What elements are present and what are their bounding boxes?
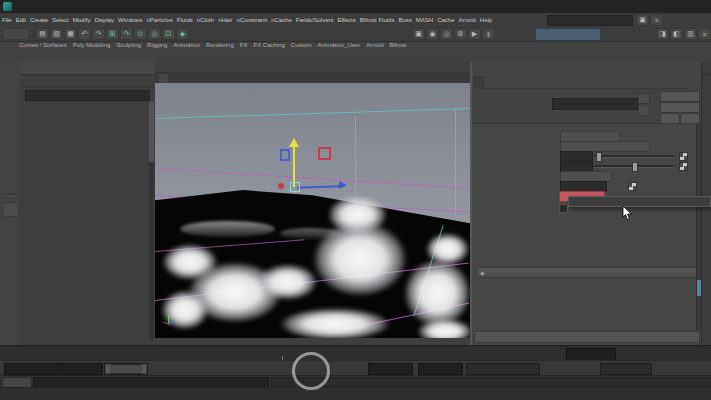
menu-item[interactable]: Display: [92, 17, 116, 23]
snap-icon[interactable]: ⊡: [162, 28, 175, 40]
fps-dropdown[interactable]: [600, 363, 652, 375]
snap-icon[interactable]: ◎: [148, 28, 161, 40]
menu-item[interactable]: nCache: [269, 17, 294, 23]
render-icon[interactable]: ◉: [426, 28, 439, 40]
manipulator-z-arrowhead[interactable]: [339, 181, 347, 189]
section-header[interactable]: ▶: [476, 267, 698, 278]
snap-icon[interactable]: ◈: [176, 28, 189, 40]
animation-end-field[interactable]: [418, 363, 463, 375]
render-icon[interactable]: ⚙: [454, 28, 467, 40]
outliner-search-input[interactable]: [25, 90, 150, 101]
manipulator-plane-handle-blue[interactable]: [280, 149, 290, 161]
snap-icon[interactable]: ⊞: [106, 28, 119, 40]
menu-item[interactable]: nCloth: [195, 17, 216, 23]
shelf-tab[interactable]: FX Caching: [250, 42, 287, 52]
selection-mask-dropdown[interactable]: [2, 28, 30, 40]
menu-item[interactable]: Edit: [14, 17, 28, 23]
file-icon[interactable]: ▦: [64, 28, 77, 40]
sign-in-button[interactable]: [535, 28, 601, 41]
range-slider[interactable]: [104, 363, 148, 375]
tool-button[interactable]: [3, 70, 18, 85]
history-icon[interactable]: ↷: [92, 28, 105, 40]
workspace-dropdown[interactable]: [547, 15, 633, 26]
menu-item[interactable]: Fluids: [175, 17, 195, 23]
snap-icon[interactable]: ⊙: [134, 28, 147, 40]
shelf-tab[interactable]: Bifrost: [387, 42, 410, 52]
manipulator-center-handle[interactable]: [290, 182, 300, 192]
shelf-tab[interactable]: Sculpting: [113, 42, 144, 52]
manipulator-y-arrowhead[interactable]: [289, 138, 299, 147]
right-panel-tab[interactable]: [702, 62, 711, 75]
shelf-tab[interactable]: Custom: [288, 42, 315, 52]
file-icon[interactable]: ▧: [50, 28, 63, 40]
pin-tab-icon[interactable]: [638, 105, 650, 116]
timeline-tick[interactable]: [2, 346, 562, 361]
solver-quality-slider[interactable]: [594, 165, 674, 168]
shelf-tab[interactable]: Rigging: [144, 42, 170, 52]
menubar-icon[interactable]: ▣: [636, 14, 649, 26]
menu-item[interactable]: Create: [28, 17, 50, 23]
substeps-slider[interactable]: [594, 155, 674, 158]
panel-toggle-icon[interactable]: ◧: [670, 28, 683, 40]
menu-item[interactable]: Help: [478, 17, 494, 23]
shelf-tab[interactable]: FX: [237, 42, 251, 52]
presets-button[interactable]: [660, 102, 700, 113]
outliner-item[interactable]: [20, 102, 148, 111]
panel-toggle-icon[interactable]: ▥: [684, 28, 697, 40]
menu-item[interactable]: Windows: [116, 17, 144, 23]
viewport-3d-scene[interactable]: [155, 83, 470, 338]
shelf-tab[interactable]: Arnold: [363, 42, 386, 52]
history-icon[interactable]: ↶: [78, 28, 91, 40]
character-set-dropdown[interactable]: [466, 363, 540, 375]
animation-start-field[interactable]: [4, 363, 59, 375]
context-menu-item[interactable]: [569, 197, 710, 206]
playback-start-field[interactable]: [58, 363, 103, 375]
menu-item[interactable]: Modify: [71, 17, 93, 23]
render-icon[interactable]: ◎: [440, 28, 453, 40]
ae-node-tab[interactable]: [474, 76, 484, 88]
shelf-tab[interactable]: Poly Modeling: [70, 42, 114, 52]
render-icon[interactable]: ▶: [468, 28, 481, 40]
menu-item[interactable]: Fields/Solvers: [294, 17, 336, 23]
history-back-icon[interactable]: [638, 93, 650, 104]
menu-item[interactable]: Effects: [336, 17, 358, 23]
menu-item[interactable]: MASH: [414, 17, 435, 23]
manipulator-plane-handle-red[interactable]: [318, 147, 331, 160]
menu-item[interactable]: nParticles: [144, 17, 174, 23]
render-icon[interactable]: ▣: [412, 28, 425, 40]
file-icon[interactable]: ▤: [36, 28, 49, 40]
hide-button[interactable]: [680, 113, 700, 124]
playback-end-field[interactable]: [368, 363, 413, 375]
menu-item[interactable]: Cache: [435, 17, 456, 23]
attribute-checkbox[interactable]: [559, 204, 568, 213]
render-icon[interactable]: ‖: [482, 28, 495, 40]
manipulator-x-handle[interactable]: [278, 183, 284, 189]
texture-map-icon[interactable]: [628, 182, 637, 191]
shelf-tab[interactable]: Animation: [170, 42, 203, 52]
panel-toggle-icon[interactable]: ◨: [656, 28, 669, 40]
grid-line: [155, 108, 470, 119]
panel-toggle-icon[interactable]: ≡: [698, 28, 711, 40]
menu-item[interactable]: Bifrost Fluids: [358, 17, 397, 23]
ae-bottom-button[interactable]: [474, 331, 700, 343]
layout-button[interactable]: [2, 202, 19, 217]
menu-item[interactable]: nConstraint: [234, 17, 269, 23]
menubar-icon[interactable]: ≡: [650, 14, 663, 26]
shelf-tab[interactable]: Animation_User: [315, 42, 364, 52]
shelf-tab[interactable]: Curves / Surfaces: [16, 42, 70, 52]
outliner-scrollbar[interactable]: [149, 102, 154, 340]
shape-name-field[interactable]: [552, 98, 639, 110]
shelf-tab[interactable]: Rendering: [203, 42, 237, 52]
snap-icon[interactable]: ↷: [120, 28, 133, 40]
menu-item[interactable]: Boss: [396, 17, 413, 23]
menu-item[interactable]: Arnold: [456, 17, 477, 23]
menu-item[interactable]: File: [0, 17, 14, 23]
show-button[interactable]: [660, 113, 680, 124]
range-end-handle[interactable]: [141, 364, 147, 374]
texture-map-icon[interactable]: [679, 162, 688, 171]
manipulator-y-axis[interactable]: [293, 147, 295, 187]
menu-item[interactable]: Select: [50, 17, 71, 23]
focus-button[interactable]: [660, 91, 700, 102]
texture-map-icon[interactable]: [679, 152, 688, 161]
menu-item[interactable]: nHair: [216, 17, 234, 23]
